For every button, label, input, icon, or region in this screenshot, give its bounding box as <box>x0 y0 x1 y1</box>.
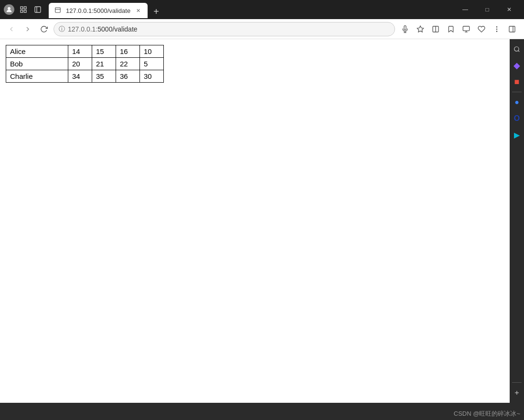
tab-title: 127.0.0.1:5000/validate <box>66 7 130 14</box>
sidebar-panel-button[interactable] <box>505 22 519 36</box>
address-protocol: 127.0.0.1: <box>68 25 97 33</box>
table-cell-col3: 22 <box>116 58 140 70</box>
nav-icons <box>398 22 519 36</box>
table-row: Charlie34353630 <box>6 70 164 83</box>
svg-point-16 <box>496 26 497 27</box>
address-path: 5000/validate <box>97 25 137 33</box>
svg-point-17 <box>496 29 497 29</box>
table-row: Bob2021225 <box>6 58 164 70</box>
browser-essentials-button[interactable] <box>474 22 489 36</box>
svg-rect-1 <box>21 7 23 9</box>
table-cell-col4: 10 <box>140 45 164 58</box>
back-button[interactable] <box>5 22 18 36</box>
search-extension-icon[interactable] <box>511 43 523 55</box>
minimize-button[interactable]: — <box>454 0 476 19</box>
sidebar-divider-2 <box>512 382 522 383</box>
active-tab[interactable]: 127.0.0.1:5000/validate ✕ <box>49 3 148 18</box>
close-button[interactable]: ✕ <box>498 0 520 19</box>
tab-favicon-icon <box>54 7 62 14</box>
svg-rect-5 <box>35 7 41 12</box>
window-controls: — □ ✕ <box>454 0 520 19</box>
svg-marker-10 <box>417 26 423 32</box>
security-info-icon[interactable]: ⓘ <box>59 25 65 33</box>
content-area: Alice14151610Bob2021225Charlie34353630 <box>0 39 510 403</box>
sidebar-toggle-icon[interactable] <box>32 4 43 15</box>
refresh-button[interactable] <box>37 22 51 36</box>
titlebar: 127.0.0.1:5000/validate ✕ + — □ ✕ <box>0 0 524 19</box>
profile-avatar[interactable] <box>4 4 14 15</box>
sidebar-divider <box>512 92 522 92</box>
data-table: Alice14151610Bob2021225Charlie34353630 <box>6 45 164 83</box>
watermark-text: CSDN @旺旺的碎冰冰~ <box>454 410 520 417</box>
table-row: Alice14151610 <box>6 45 164 58</box>
add-extension-icon[interactable] <box>511 387 523 399</box>
main-layout: Alice14151610Bob2021225Charlie34353630 ◆… <box>0 39 524 403</box>
new-tab-button[interactable]: + <box>150 5 163 18</box>
favorites-button[interactable] <box>413 22 428 36</box>
table-cell-name: Alice <box>6 45 68 58</box>
extension-5-icon[interactable]: ▶ <box>511 129 523 141</box>
svg-rect-13 <box>463 26 469 31</box>
table-cell-name: Bob <box>6 58 68 70</box>
table-cell-col4: 5 <box>140 58 164 70</box>
split-screen-button[interactable] <box>428 22 443 36</box>
svg-rect-2 <box>24 7 26 9</box>
table-cell-col3: 16 <box>116 45 140 58</box>
address-text: 127.0.0.1:5000/validate <box>68 25 138 33</box>
svg-point-18 <box>496 31 497 32</box>
table-cell-col1: 34 <box>68 70 92 83</box>
table-cell-col4: 30 <box>140 70 164 83</box>
extension-2-icon[interactable]: ■ <box>511 75 523 88</box>
extension-4-icon[interactable]: O <box>511 112 523 125</box>
table-cell-name: Charlie <box>6 70 68 83</box>
table-cell-col2: 21 <box>92 58 116 70</box>
extensions-icon[interactable] <box>18 4 29 15</box>
extension-1-icon[interactable]: ◆ <box>511 59 523 72</box>
more-tools-button[interactable] <box>490 22 504 36</box>
svg-rect-4 <box>24 10 26 12</box>
extension-3-icon[interactable]: ● <box>511 96 523 108</box>
forward-button[interactable] <box>21 22 34 36</box>
svg-rect-3 <box>21 10 23 12</box>
maximize-button[interactable]: □ <box>476 0 498 19</box>
table-cell-col1: 14 <box>68 45 92 58</box>
tab-close-button[interactable]: ✕ <box>134 7 142 14</box>
table-cell-col3: 36 <box>116 70 140 83</box>
watermark: CSDN @旺旺的碎冰冰~ <box>450 408 524 420</box>
table-cell-col2: 35 <box>92 70 116 83</box>
read-aloud-button[interactable] <box>398 22 412 36</box>
svg-line-22 <box>518 51 520 52</box>
collections-button[interactable] <box>459 22 473 36</box>
svg-point-0 <box>8 7 11 10</box>
svg-rect-7 <box>55 8 61 13</box>
table-cell-col2: 15 <box>92 45 116 58</box>
svg-point-21 <box>514 47 519 51</box>
address-bar[interactable]: ⓘ 127.0.0.1:5000/validate <box>53 22 395 36</box>
navbar: ⓘ 127.0.0.1:5000/validate <box>0 19 524 39</box>
favorites-bar-button[interactable] <box>444 22 458 36</box>
right-sidebar: ◆ ■ ● O ▶ <box>510 39 524 403</box>
svg-rect-19 <box>509 26 515 32</box>
table-cell-col1: 20 <box>68 58 92 70</box>
